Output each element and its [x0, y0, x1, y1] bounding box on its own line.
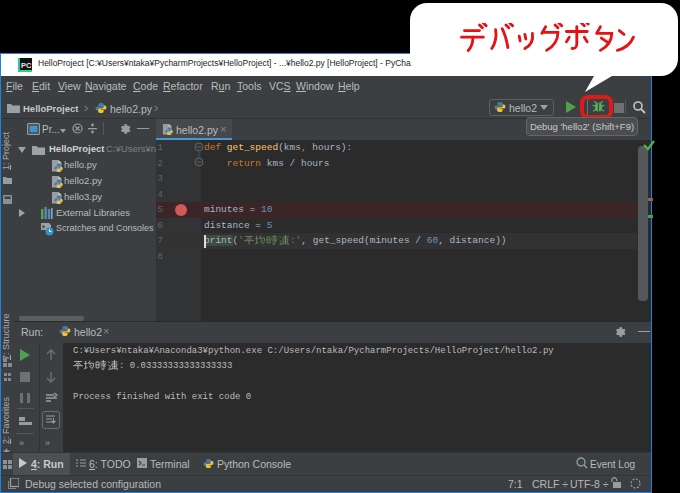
svg-text:PC: PC: [21, 61, 32, 70]
